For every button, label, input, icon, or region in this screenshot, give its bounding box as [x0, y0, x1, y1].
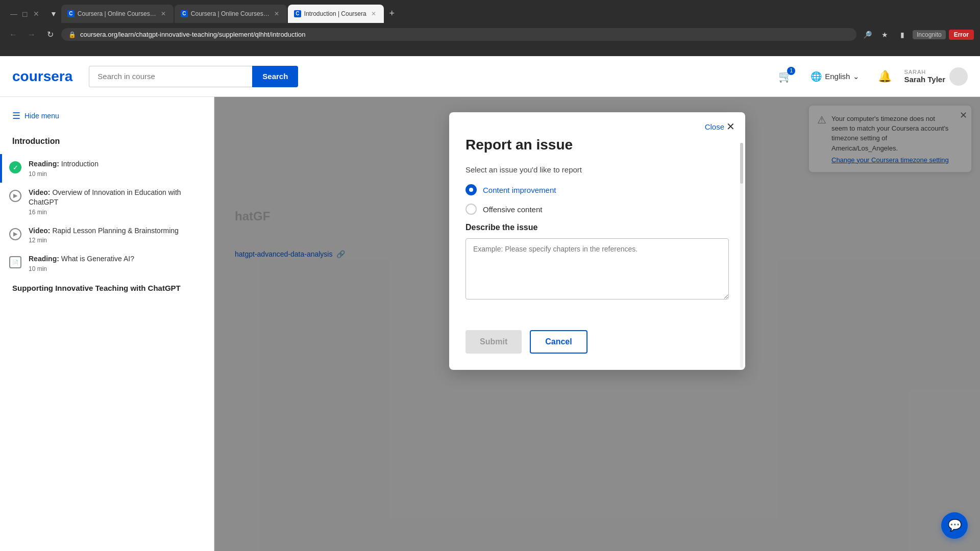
close-window-button[interactable]: ✕ — [33, 10, 40, 17]
read-icon: 📄 — [8, 255, 22, 269]
sidebar-item-title: Reading: Introduction — [29, 159, 202, 169]
issue-description-textarea[interactable] — [465, 238, 729, 299]
user-info[interactable]: SARAH Sarah Tyler — [904, 67, 968, 86]
new-tab-button[interactable]: + — [385, 7, 399, 21]
hide-menu-label: Hide menu — [24, 112, 59, 120]
avatar — [949, 67, 968, 86]
sidebar-item-duration: 16 min — [29, 209, 202, 216]
language-label: English — [825, 72, 850, 81]
radio-content-improvement[interactable]: Content improvement — [465, 184, 729, 195]
browser-chrome: — ◻ ✕ ▼ C Coursera | Online Courses & C.… — [0, 0, 980, 56]
sidebar-item-title: Reading: What is Generative AI? — [29, 254, 202, 264]
coursera-header: coursera Search 🛒 1 🌐 English ⌄ 🔔 SARAH … — [0, 56, 980, 97]
radio-offensive-content[interactable]: Offensive content — [465, 204, 729, 215]
reload-button[interactable]: ↻ — [43, 28, 57, 42]
modal-footer: Submit Cancel — [449, 318, 745, 370]
modal-body: Report an issue Select an issue you'd li… — [449, 137, 745, 318]
browser-actions: 🔎 ★ ▮ Incognito Error — [861, 28, 974, 42]
bookmark-icon[interactable]: ★ — [878, 28, 892, 42]
tab-2-favicon: C — [181, 10, 188, 17]
address-bar[interactable]: 🔒 coursera.org/learn/chatgpt-innovative-… — [61, 28, 856, 41]
incognito-badge: Incognito — [913, 30, 946, 39]
chat-icon: 💬 — [948, 519, 962, 532]
modal-overlay: Close ✕ Report an issue Select an issue … — [214, 97, 980, 551]
sidebar-item-content: Video: Rapid Lesson Planning & Brainstor… — [29, 226, 202, 244]
notifications-button[interactable]: 🔔 — [874, 66, 896, 87]
cart-badge: 1 — [787, 67, 795, 75]
tab-2-title: Coursera | Online Courses & C... — [191, 10, 270, 17]
user-name: Sarah Tyler — [904, 75, 945, 84]
tab-2-close[interactable]: ✕ — [273, 10, 281, 18]
error-badge[interactable]: Error — [949, 30, 974, 40]
sidebar-item-video-rapid[interactable]: ▶ Video: Rapid Lesson Planning & Brainst… — [0, 221, 214, 249]
tab-1-title: Coursera | Online Courses & C... — [78, 10, 156, 17]
check-circle-icon: ✓ — [9, 161, 21, 173]
sidebar-section-title: Introduction — [0, 133, 214, 150]
close-label: Close — [705, 122, 724, 131]
report-issue-modal: Close ✕ Report an issue Select an issue … — [449, 112, 745, 370]
radio-circle-unselected — [465, 204, 477, 215]
sidebar-item-duration: 10 min — [29, 170, 202, 178]
sidebar-item-reading-genai[interactable]: 📄 Reading: What is Generative AI? 10 min — [0, 249, 214, 278]
play-circle-icon: ▶ — [9, 228, 21, 240]
chat-fab-button[interactable]: 💬 — [941, 512, 968, 539]
modal-header: Close ✕ — [449, 112, 745, 137]
language-selector[interactable]: 🌐 English ⌄ — [804, 67, 866, 86]
chevron-down-icon: ⌄ — [853, 72, 860, 81]
address-bar-row: ← → ↻ 🔒 coursera.org/learn/chatgpt-innov… — [0, 23, 980, 46]
tab-3[interactable]: C Introduction | Coursera ✕ — [288, 5, 384, 23]
forward-button[interactable]: → — [24, 28, 39, 42]
minimize-button[interactable]: — — [10, 10, 17, 17]
sidebar-item-video-overview[interactable]: ▶ Video: Overview of Innovation in Educa… — [0, 183, 214, 221]
sidebar-item-duration: 10 min — [29, 265, 202, 272]
modal-close-button[interactable]: Close ✕ — [705, 120, 735, 133]
close-x-icon: ✕ — [726, 120, 735, 133]
modal-subtitle: Select an issue you'd like to report — [465, 165, 729, 174]
maximize-button[interactable]: ◻ — [21, 10, 29, 17]
sidebar-item-content: Reading: Introduction 10 min — [29, 159, 202, 178]
reading-square-icon: 📄 — [9, 256, 21, 268]
completed-icon: ✓ — [8, 160, 22, 174]
sidebar-item-title: Video: Rapid Lesson Planning & Brainstor… — [29, 226, 202, 236]
sidebar: ☰ Hide menu Introduction ✓ Reading: Intr… — [0, 97, 214, 551]
tab-2[interactable]: C Coursera | Online Courses & C... ✕ — [175, 5, 287, 23]
radio-label-offensive-content: Offensive content — [483, 205, 542, 214]
bell-icon: 🔔 — [878, 70, 892, 83]
search-button[interactable]: Search — [252, 66, 298, 87]
tab-list-chevron[interactable]: ▼ — [46, 8, 61, 20]
search-input[interactable] — [89, 66, 252, 87]
tab-3-title: Introduction | Coursera — [304, 10, 366, 17]
url-text: coursera.org/learn/chatgpt-innovative-te… — [80, 31, 849, 38]
play-circle-icon: ▶ — [9, 190, 21, 202]
sidebar-item-duration: 12 min — [29, 237, 202, 244]
cart-button[interactable]: 🛒 1 — [774, 66, 796, 87]
window-controls: — ◻ ✕ — [4, 10, 46, 17]
main-layout: ☰ Hide menu Introduction ✓ Reading: Intr… — [0, 97, 980, 551]
modal-scrollbar — [740, 143, 743, 368]
main-content: ✕ ⚠ Your computer's timezone does not se… — [214, 97, 980, 551]
radio-dot — [469, 188, 473, 192]
tab-1-favicon: C — [67, 10, 75, 17]
tab-1[interactable]: C Coursera | Online Courses & C... ✕ — [61, 5, 174, 23]
coursera-logo[interactable]: coursera — [12, 68, 72, 85]
cancel-button[interactable]: Cancel — [530, 330, 587, 354]
tab-1-close[interactable]: ✕ — [159, 10, 167, 18]
globe-icon: 🌐 — [811, 71, 822, 82]
reader-mode-icon[interactable]: 🔎 — [861, 28, 875, 42]
play-icon: ▶ — [8, 227, 22, 241]
radio-circle-selected — [465, 184, 477, 195]
back-button[interactable]: ← — [6, 28, 20, 42]
page-content: coursera Search 🛒 1 🌐 English ⌄ 🔔 SARAH … — [0, 56, 980, 551]
describe-issue-label: Describe the issue — [465, 223, 729, 232]
modal-scrollbar-thumb — [740, 143, 743, 184]
play-icon: ▶ — [8, 189, 22, 203]
sidebar-item-content: Video: Overview of Innovation in Educati… — [29, 188, 202, 216]
sidebar-item-content: Reading: What is Generative AI? 10 min — [29, 254, 202, 272]
submit-button[interactable]: Submit — [465, 330, 522, 354]
hide-menu-button[interactable]: ☰ Hide menu — [0, 105, 214, 127]
tab-3-close[interactable]: ✕ — [370, 10, 378, 18]
tablet-mode-icon[interactable]: ▮ — [895, 28, 910, 42]
search-container: Search — [89, 66, 298, 87]
sidebar-item-reading-intro[interactable]: ✓ Reading: Introduction 10 min — [0, 154, 214, 183]
tab-bar: — ◻ ✕ ▼ C Coursera | Online Courses & C.… — [0, 0, 980, 23]
